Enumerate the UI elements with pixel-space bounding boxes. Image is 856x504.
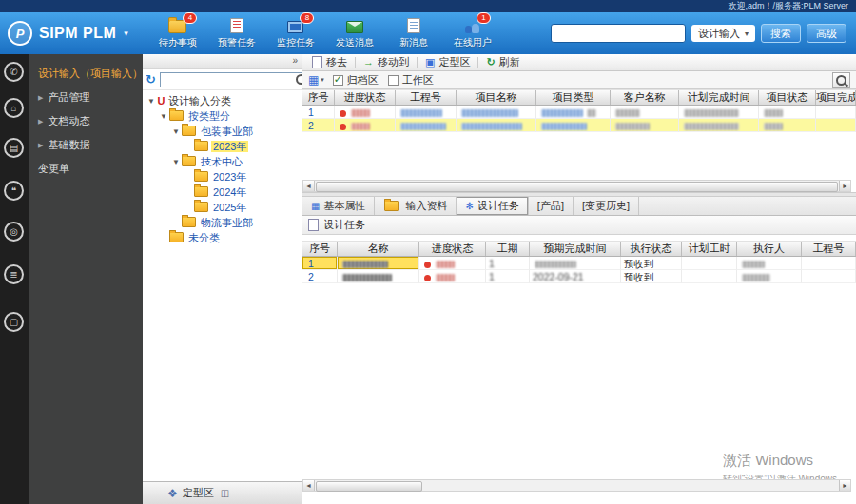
column-header[interactable]: 执行人 — [737, 242, 802, 256]
toolbar-button-move-to[interactable]: →移动到 — [358, 55, 415, 69]
tree-node[interactable]: 2025年 — [143, 200, 302, 215]
table-cell — [679, 119, 759, 132]
status-dot-icon — [424, 262, 431, 268]
column-header[interactable]: 计划工时 — [682, 242, 737, 256]
table-row[interactable]: 212022-09-21预收到 — [302, 270, 856, 283]
table-row[interactable]: 1 — [302, 106, 856, 119]
scroll-thumb[interactable] — [316, 182, 838, 192]
table-row[interactable]: 2 — [302, 119, 856, 132]
table-row[interactable]: 11预收到 — [302, 257, 856, 270]
scroll-right-icon[interactable]: ► — [839, 480, 850, 491]
tab-input-docs[interactable]: 输入资料 — [375, 197, 457, 215]
zone-filter-unchecked[interactable]: 工作区 — [388, 73, 434, 87]
chevron-right-icon: ▶ — [38, 142, 43, 148]
nav-item-online[interactable]: 1在线用户 — [452, 18, 494, 49]
restore-panel-icon[interactable]: ◫ — [221, 488, 229, 498]
module-sidebar: 设计输入（项目输入）▶产品管理▶文档动态▶基础数据变更单 — [29, 54, 143, 504]
column-header[interactable]: 工程号 — [396, 90, 457, 105]
tab-change-history[interactable]: [变更历史] — [574, 197, 639, 215]
table-cell — [737, 257, 802, 270]
column-header[interactable]: 工程号 — [802, 242, 856, 256]
tree-node[interactable]: 物流事业部 — [143, 215, 302, 230]
search-scope-dropdown[interactable]: 设计输入 ▾ — [691, 25, 755, 42]
tree-node[interactable]: ▼包装事业部 — [143, 124, 302, 139]
search-icon — [836, 75, 846, 86]
tree-node[interactable]: 2023年 — [143, 139, 302, 154]
column-header[interactable]: 序号 — [302, 242, 338, 256]
sidebar-item[interactable]: ▶文档动态 — [29, 109, 143, 133]
column-header[interactable]: 预期完成时间 — [530, 242, 621, 256]
column-header[interactable]: 项目完成 — [816, 90, 856, 105]
chat-icon[interactable]: ❝ — [4, 181, 24, 201]
search-input[interactable] — [551, 24, 686, 43]
table-cell — [338, 270, 419, 283]
toolbar-button-dingxing[interactable]: ▣定型区 — [419, 55, 476, 69]
dingxing-panel-header[interactable]: ❖ 定型区 ◫ — [143, 481, 302, 504]
category-root-icon: U — [156, 93, 166, 108]
tree-node[interactable]: 2023年 — [143, 169, 302, 184]
tab-basic[interactable]: ▦基本属性 — [302, 197, 375, 215]
sidebar-item[interactable]: 设计输入（项目输入） — [29, 62, 143, 86]
scroll-right-icon[interactable]: ► — [839, 181, 850, 191]
tab-product[interactable]: [产品] — [529, 197, 574, 215]
task-table-hscrollbar[interactable]: ◄ ► — [302, 479, 851, 492]
sidebar-item[interactable]: ▶基础数据 — [29, 133, 143, 157]
column-header[interactable]: 计划完成时间 — [679, 90, 759, 105]
nav-item-warning[interactable]: 预警任务 — [216, 18, 258, 49]
database-icon[interactable]: ▤ — [4, 138, 24, 158]
table-search-button[interactable] — [832, 72, 850, 88]
search-button[interactable]: 搜索 — [761, 24, 801, 43]
design-task-toolbar-label[interactable]: 设计任务 — [323, 218, 365, 232]
nav-item-message[interactable]: 新消息 — [393, 18, 435, 49]
app-logo[interactable]: P SIPM PLM ▾ — [8, 21, 128, 46]
tree-filter-box: ▾ — [160, 72, 317, 87]
scroll-thumb[interactable] — [316, 481, 422, 492]
zone-filter-checked[interactable]: 归档区 — [333, 73, 379, 87]
column-header[interactable]: 项目状态 — [759, 90, 816, 105]
column-header[interactable]: 进度状态 — [419, 242, 486, 256]
home-icon[interactable]: ⌂ — [4, 98, 24, 118]
tree-filter-input[interactable] — [164, 73, 293, 87]
tree-refresh-icon[interactable]: ↻ — [146, 73, 156, 86]
nav-item-todo[interactable]: 4待办事项 — [157, 18, 199, 49]
tree-node[interactable]: ▼U设计输入分类 — [143, 93, 302, 108]
redacted-text — [342, 261, 388, 268]
project-table-body: 12 — [302, 106, 856, 132]
panel-diamond-icon: ❖ — [167, 487, 178, 500]
tree-node[interactable]: 2024年 — [143, 184, 302, 200]
advanced-search-button[interactable]: 高级 — [807, 24, 846, 43]
welcome-text: 欢迎,adm！/服务器:PLM Server — [728, 1, 848, 10]
column-header[interactable]: 项目名称 — [457, 90, 536, 105]
tree-node-label: 按类型分 — [186, 110, 232, 122]
sidebar-item-label: 变更单 — [38, 163, 69, 174]
column-header[interactable]: 工期 — [486, 242, 530, 256]
column-header[interactable]: 进度状态 — [335, 90, 396, 105]
column-header[interactable]: 项目类型 — [536, 90, 611, 105]
project-table-hscrollbar[interactable]: ◄ ► — [302, 180, 851, 192]
toolbar-button-remove[interactable]: 移去 — [306, 55, 353, 69]
sidebar-item[interactable]: 变更单 — [29, 157, 143, 181]
column-header[interactable]: 客户名称 — [611, 90, 679, 105]
column-header[interactable]: 执行状态 — [621, 242, 682, 256]
sidebar-item[interactable]: ▶产品管理 — [29, 86, 143, 109]
tree-node[interactable]: 未分类 — [143, 230, 302, 245]
nav-item-send[interactable]: 发送消息 — [334, 18, 376, 49]
view-options-button[interactable]: ▦▾ — [308, 73, 324, 87]
mail-icon — [346, 21, 363, 33]
project-table-header: 序号进度状态工程号项目名称项目类型客户名称计划完成时间项目状态项目完成 — [302, 89, 856, 106]
monitor-icon[interactable]: ▢ — [4, 312, 24, 332]
collapse-panel-icon[interactable]: » — [292, 55, 298, 66]
nav-item-monitor[interactable]: 8监控任务 — [275, 18, 317, 49]
book-icon[interactable]: ≣ — [4, 264, 24, 284]
target-icon[interactable]: ◎ — [4, 222, 24, 242]
toolbar-button-refresh[interactable]: ↻刷新 — [480, 55, 525, 69]
scroll-left-icon[interactable]: ◄ — [303, 181, 315, 191]
chevron-down-icon[interactable]: ▾ — [124, 29, 128, 38]
column-header[interactable]: 名称 — [338, 242, 419, 256]
column-header[interactable]: 序号 — [302, 90, 335, 105]
phone-icon[interactable]: ✆ — [4, 62, 24, 82]
tree-node[interactable]: ▼技术中心 — [143, 154, 302, 169]
tab-design-task[interactable]: ✻设计任务 — [457, 197, 528, 215]
tree-node[interactable]: ▼按类型分 — [143, 108, 302, 124]
scroll-left-icon[interactable]: ◄ — [303, 480, 315, 491]
